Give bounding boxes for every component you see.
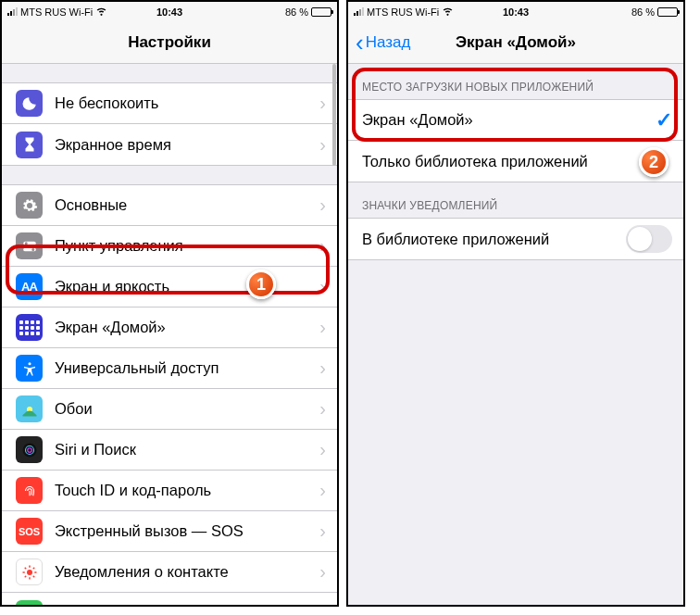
toggle-switch[interactable] <box>626 225 672 253</box>
settings-row-apps-grid[interactable]: Экран «Домой»› <box>2 308 337 348</box>
settings-row-exposure[interactable]: Уведомления о контакте› <box>2 552 337 593</box>
gear-icon <box>16 192 43 219</box>
settings-row-siri[interactable]: Siri и Поиск› <box>2 430 337 471</box>
status-bar: MTS RUS Wi-Fi 10:43 86 % <box>348 2 683 21</box>
chevron-right-icon: › <box>319 358 326 379</box>
exposure-icon <box>16 559 43 585</box>
settings-row-text-size[interactable]: AAЭкран и яркость› <box>2 267 337 308</box>
chevron-right-icon: › <box>319 317 326 338</box>
option-app-library-only[interactable]: Только библиотека приложений <box>348 141 683 182</box>
page-title: Экран «Домой» <box>456 33 576 52</box>
chevron-right-icon: › <box>319 235 326 257</box>
row-label: Экстренный вызов — SOS <box>55 522 319 540</box>
battery-percent: 86 % <box>285 6 308 18</box>
home-screen-settings: MTS RUS Wi-Fi 10:43 86 % ‹ Назад Экран «… <box>346 0 685 607</box>
annotation-badge-2: 2 <box>639 147 669 177</box>
svg-line-15 <box>32 575 34 577</box>
battery-icon <box>657 7 678 17</box>
settings-screen: MTS RUS Wi-Fi 10:43 86 % Настройки Не бе… <box>0 0 339 607</box>
toggle-row-app-library-badges[interactable]: В библиотеке приложений <box>348 219 683 259</box>
battery-percent: 86 % <box>631 6 655 18</box>
option-home-screen[interactable]: Экран «Домой» ✓ <box>348 100 683 141</box>
option-label: Только библиотека приложений <box>362 153 672 170</box>
svg-line-14 <box>24 567 26 569</box>
svg-line-16 <box>24 575 26 577</box>
option-label: Экран «Домой» <box>362 111 656 129</box>
row-label: Экранное время <box>55 136 319 154</box>
wifi-icon <box>95 5 107 19</box>
chevron-right-icon: › <box>319 439 326 460</box>
settings-row-hourglass[interactable]: Экранное время› <box>2 124 337 165</box>
clock: 10:43 <box>156 6 182 18</box>
checkmark-icon: ✓ <box>656 108 672 132</box>
sos-icon: SOS <box>16 518 43 545</box>
nav-bar: ‹ Назад Экран «Домой» <box>348 21 683 64</box>
chevron-left-icon: ‹ <box>356 31 364 55</box>
fingerprint-icon <box>16 477 43 504</box>
row-label: Экран и яркость <box>55 278 319 295</box>
hourglass-icon <box>16 132 43 158</box>
chevron-right-icon: › <box>319 521 326 542</box>
page-title: Настройки <box>128 33 211 52</box>
row-label: Siri и Поиск <box>55 441 319 458</box>
settings-row-fingerprint[interactable]: Touch ID и код-пароль› <box>2 471 337 511</box>
chevron-right-icon: › <box>319 276 326 297</box>
home-screen-options: МЕСТО ЗАГРУЗКИ НОВЫХ ПРИЛОЖЕНИЙ Экран «Д… <box>348 64 683 605</box>
chevron-right-icon: › <box>319 603 326 606</box>
annotation-badge-1: 1 <box>246 270 276 299</box>
back-button[interactable]: ‹ Назад <box>356 31 410 55</box>
row-label: Экран «Домой» <box>55 319 319 336</box>
settings-row-switches[interactable]: Пункт управления› <box>2 226 337 267</box>
section-header-badges: ЗНАЧКИ УВЕДОМЛЕНИЙ <box>348 182 683 218</box>
svg-point-2 <box>24 242 27 245</box>
settings-row-moon[interactable]: Не беспокоить› <box>2 83 337 124</box>
apps-grid-icon <box>16 314 43 341</box>
text-size-icon: AA <box>16 273 43 300</box>
carrier-label: MTS RUS Wi-Fi <box>367 6 439 18</box>
chevron-right-icon: › <box>319 195 326 216</box>
row-label: Обои <box>55 400 319 418</box>
row-label: Пункт управления <box>55 237 319 255</box>
chevron-right-icon: › <box>319 398 326 420</box>
svg-point-6 <box>22 443 36 457</box>
battery-icon <box>16 600 43 606</box>
settings-row-accessibility[interactable]: Универсальный доступ› <box>2 348 337 389</box>
status-bar: MTS RUS Wi-Fi 10:43 86 % <box>2 2 337 21</box>
wallpaper-icon <box>16 395 43 422</box>
accessibility-icon <box>16 355 43 382</box>
clock: 10:43 <box>503 6 529 18</box>
section-header-download-location: МЕСТО ЗАГРУЗКИ НОВЫХ ПРИЛОЖЕНИЙ <box>348 64 683 99</box>
settings-row-battery[interactable]: Аккумулятор› <box>2 593 337 605</box>
chevron-right-icon: › <box>319 561 326 583</box>
row-label: Touch ID и код-пароль <box>55 482 319 499</box>
signal-icon <box>7 7 18 16</box>
scrollbar[interactable] <box>332 64 336 166</box>
chevron-right-icon: › <box>319 480 326 501</box>
svg-line-17 <box>32 567 34 569</box>
signal-icon <box>354 7 364 16</box>
wifi-icon <box>442 5 454 19</box>
row-label: Аккумулятор <box>55 605 319 606</box>
row-label: Основные <box>55 196 319 214</box>
battery-icon <box>311 7 331 17</box>
settings-row-wallpaper[interactable]: Обои› <box>2 389 337 430</box>
svg-point-4 <box>28 362 31 365</box>
settings-row-gear[interactable]: Основные› <box>2 185 337 226</box>
toggle-label: В библиотеке приложений <box>362 231 626 248</box>
chevron-right-icon: › <box>319 93 326 114</box>
row-label: Уведомления о контакте <box>55 563 319 581</box>
back-label: Назад <box>366 33 411 52</box>
nav-bar: Настройки <box>2 21 337 64</box>
row-label: Не беспокоить <box>55 94 319 112</box>
svg-point-9 <box>27 570 32 575</box>
row-label: Универсальный доступ <box>55 359 319 377</box>
switches-icon <box>16 232 43 259</box>
svg-point-3 <box>31 247 34 250</box>
chevron-right-icon: › <box>319 134 326 156</box>
siri-icon <box>16 436 43 463</box>
settings-row-sos[interactable]: SOSЭкстренный вызов — SOS› <box>2 511 337 552</box>
moon-icon <box>16 90 43 117</box>
settings-list[interactable]: Не беспокоить›Экранное время› Основные›П… <box>2 64 337 605</box>
carrier-label: MTS RUS Wi-Fi <box>20 6 93 18</box>
